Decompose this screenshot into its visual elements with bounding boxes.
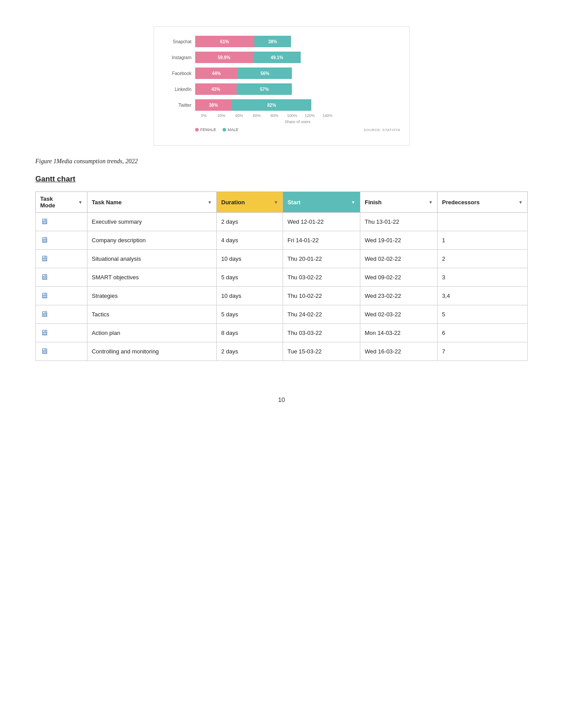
- finish-cell: Wed 02-03-22: [360, 305, 437, 324]
- bar-male: 82%: [232, 99, 311, 111]
- bar-label: Instagram: [163, 55, 192, 60]
- task-mode-icon: 🖥: [40, 310, 48, 319]
- legend-male: MALE: [223, 128, 239, 132]
- bar-group: 38%82%: [195, 99, 312, 111]
- source-text: SOURCE: STATISTA: [363, 128, 400, 132]
- task-name-cell: Company description: [87, 231, 216, 250]
- finish-cell: Wed 16-03-22: [360, 342, 437, 361]
- sort-arrow-task-name[interactable]: ▼: [208, 200, 212, 205]
- task-mode-icon: 🖥: [40, 254, 48, 263]
- sort-arrow-task-mode[interactable]: ▼: [78, 200, 83, 205]
- x-tick: 140%: [319, 113, 336, 118]
- x-tick: 20%: [213, 113, 230, 118]
- task-mode-icon: 🖥: [40, 273, 48, 281]
- bar-label: Twitter: [163, 103, 192, 108]
- start-cell: Wed 12-01-22: [283, 213, 360, 231]
- task-mode-cell: 🖥: [36, 231, 87, 250]
- x-axis: 0%20%40%60%80%100%120%140%: [195, 113, 401, 118]
- task-mode-cell: 🖥: [36, 342, 87, 361]
- bar-label: LinkedIn: [163, 87, 192, 92]
- finish-cell: Thu 13-01-22: [360, 213, 437, 231]
- chart-legend: FEMALE MALE: [195, 128, 239, 132]
- table-row: 🖥Controlling and monitoring2 daysTue 15-…: [36, 342, 528, 361]
- col-finish-label: Finish: [365, 199, 382, 206]
- start-cell: Thu 20-01-22: [283, 250, 360, 268]
- x-tick: 60%: [248, 113, 266, 118]
- col-task-name-label: Task Name: [92, 199, 122, 206]
- task-mode-cell: 🖥: [36, 305, 87, 324]
- start-cell: Thu 24-02-22: [283, 305, 360, 324]
- bar-group: 59.9%49.1%: [195, 52, 301, 63]
- task-mode-icon: 🖥: [40, 347, 48, 356]
- bar-female: 38%: [195, 99, 232, 111]
- task-name-cell: Executive summary: [87, 213, 216, 231]
- male-dot: [223, 128, 226, 131]
- predecessors-cell: 7: [438, 342, 528, 361]
- col-predecessors[interactable]: Predecessors ▼: [438, 192, 528, 213]
- duration-cell: 5 days: [217, 268, 283, 287]
- x-tick: 0%: [195, 113, 213, 118]
- predecessors-cell: 1: [438, 231, 528, 250]
- col-task-name[interactable]: Task Name ▼: [87, 192, 216, 213]
- bar-row: Twitter38%82%: [163, 99, 401, 111]
- x-tick: 40%: [230, 113, 248, 118]
- chart-footer: FEMALE MALE SOURCE: STATISTA: [195, 128, 401, 132]
- female-dot: [195, 128, 199, 131]
- finish-cell: Wed 23-02-22: [360, 287, 437, 305]
- duration-cell: 10 days: [217, 250, 283, 268]
- bar-male: 56%: [238, 68, 292, 79]
- duration-cell: 5 days: [217, 305, 283, 324]
- bar-row: LinkedIn43%57%: [163, 83, 401, 95]
- bar-row: Facebook44%56%: [163, 68, 401, 79]
- col-predecessors-label: Predecessors: [442, 199, 480, 206]
- col-task-mode-label: TaskMode: [40, 195, 55, 209]
- task-mode-icon: 🖥: [40, 328, 48, 337]
- bar-chart-container: Snapchat61%38%Instagram59.9%49.1%Faceboo…: [154, 26, 410, 146]
- bar-female: 44%: [195, 68, 238, 79]
- sort-arrow-finish[interactable]: ▼: [428, 200, 433, 205]
- bar-row: Instagram59.9%49.1%: [163, 52, 401, 63]
- start-cell: Thu 03-02-22: [283, 268, 360, 287]
- finish-cell: Wed 09-02-22: [360, 268, 437, 287]
- task-mode-icon: 🖥: [40, 291, 48, 300]
- predecessors-cell: 5: [438, 305, 528, 324]
- bar-female: 43%: [195, 83, 237, 95]
- task-mode-cell: 🖥: [36, 250, 87, 268]
- bar-male: 49.1%: [253, 52, 301, 63]
- male-label: MALE: [228, 128, 239, 132]
- x-tick: 100%: [283, 113, 301, 118]
- x-tick: 80%: [266, 113, 283, 118]
- col-task-mode[interactable]: TaskMode ▼: [36, 192, 87, 213]
- page-number: 10: [35, 396, 528, 403]
- bar-row: Snapchat61%38%: [163, 36, 401, 47]
- sort-arrow-start[interactable]: ▼: [351, 200, 355, 205]
- start-cell: Thu 10-02-22: [283, 287, 360, 305]
- female-label: FEMALE: [200, 128, 216, 132]
- start-cell: Thu 03-03-22: [283, 324, 360, 342]
- col-duration[interactable]: Duration ▼: [217, 192, 283, 213]
- col-start[interactable]: Start ▼: [283, 192, 360, 213]
- col-duration-label: Duration: [221, 199, 245, 206]
- table-row: 🖥SMART objectives5 daysThu 03-02-22Wed 0…: [36, 268, 528, 287]
- task-name-cell: Tactics: [87, 305, 216, 324]
- predecessors-cell: 6: [438, 324, 528, 342]
- col-start-label: Start: [287, 199, 301, 206]
- bar-male: 57%: [237, 83, 292, 95]
- start-cell: Tue 15-03-22: [283, 342, 360, 361]
- table-row: 🖥Company description4 daysFri 14-01-22We…: [36, 231, 528, 250]
- table-row: 🖥Action plan8 daysThu 03-03-22Mon 14-03-…: [36, 324, 528, 342]
- duration-cell: 2 days: [217, 342, 283, 361]
- bar-group: 61%38%: [195, 36, 291, 47]
- predecessors-cell: 2: [438, 250, 528, 268]
- table-row: 🖥Tactics5 daysThu 24-02-22Wed 02-03-225: [36, 305, 528, 324]
- task-mode-icon: 🖥: [40, 236, 48, 244]
- sort-arrow-duration[interactable]: ▼: [274, 200, 278, 205]
- legend-female: FEMALE: [195, 128, 216, 132]
- col-finish[interactable]: Finish ▼: [360, 192, 437, 213]
- sort-arrow-predecessors[interactable]: ▼: [518, 200, 523, 205]
- task-mode-cell: 🖥: [36, 324, 87, 342]
- task-mode-cell: 🖥: [36, 213, 87, 231]
- duration-cell: 4 days: [217, 231, 283, 250]
- finish-cell: Wed 02-02-22: [360, 250, 437, 268]
- predecessors-cell: 3,4: [438, 287, 528, 305]
